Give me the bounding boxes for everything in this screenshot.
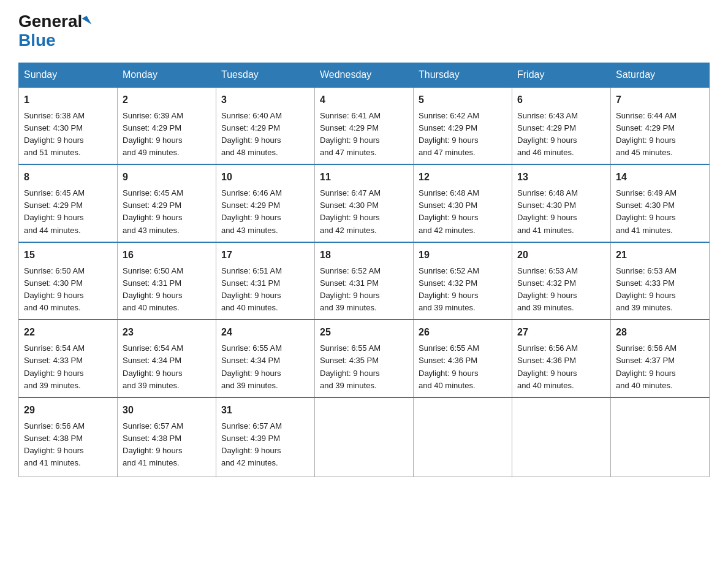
day-cell-7: 7 Sunrise: 6:44 AMSunset: 4:29 PMDayligh…: [611, 87, 710, 165]
day-info: Sunrise: 6:51 AMSunset: 4:31 PMDaylight:…: [221, 266, 282, 312]
day-cell-18: 18 Sunrise: 6:52 AMSunset: 4:31 PMDaylig…: [315, 242, 414, 320]
day-number: 5: [419, 93, 507, 107]
page-header: General Blue: [18, 12, 710, 50]
week-row-2: 8 Sunrise: 6:45 AMSunset: 4:29 PMDayligh…: [19, 164, 710, 242]
week-row-3: 15 Sunrise: 6:50 AMSunset: 4:30 PMDaylig…: [19, 242, 710, 320]
header-cell-saturday: Saturday: [611, 63, 710, 87]
header-row: SundayMondayTuesdayWednesdayThursdayFrid…: [19, 63, 710, 87]
day-number: 6: [517, 93, 605, 107]
week-row-4: 22 Sunrise: 6:54 AMSunset: 4:33 PMDaylig…: [19, 320, 710, 397]
day-cell-10: 10 Sunrise: 6:46 AMSunset: 4:29 PMDaylig…: [216, 164, 315, 242]
logo-general-text: General: [18, 12, 82, 31]
day-number: 28: [616, 325, 704, 340]
day-info: Sunrise: 6:42 AMSunset: 4:29 PMDaylight:…: [419, 111, 479, 157]
day-cell-31: 31 Sunrise: 6:57 AMSunset: 4:39 PMDaylig…: [216, 397, 315, 477]
day-info: Sunrise: 6:56 AMSunset: 4:37 PMDaylight:…: [616, 343, 677, 389]
day-info: Sunrise: 6:41 AMSunset: 4:29 PMDaylight:…: [320, 111, 381, 157]
calendar-header: SundayMondayTuesdayWednesdayThursdayFrid…: [19, 63, 710, 87]
empty-cell: [414, 397, 512, 477]
day-number: 4: [320, 93, 408, 107]
day-number: 9: [123, 170, 211, 185]
logo-blue-text: Blue: [18, 31, 89, 50]
day-number: 13: [517, 170, 605, 185]
day-cell-17: 17 Sunrise: 6:51 AMSunset: 4:31 PMDaylig…: [216, 242, 315, 320]
empty-cell: [512, 397, 611, 477]
logo-arrow-icon: [82, 16, 92, 27]
day-number: 18: [320, 248, 408, 262]
header-cell-tuesday: Tuesday: [216, 63, 315, 87]
day-cell-11: 11 Sunrise: 6:47 AMSunset: 4:30 PMDaylig…: [315, 164, 414, 242]
day-number: 26: [419, 325, 507, 340]
day-number: 8: [24, 170, 112, 185]
week-row-5: 29 Sunrise: 6:56 AMSunset: 4:38 PMDaylig…: [19, 397, 710, 477]
day-number: 3: [221, 93, 309, 107]
day-info: Sunrise: 6:54 AMSunset: 4:33 PMDaylight:…: [24, 343, 85, 389]
empty-cell: [315, 397, 414, 477]
day-number: 2: [123, 93, 211, 107]
day-cell-9: 9 Sunrise: 6:45 AMSunset: 4:29 PMDayligh…: [118, 164, 216, 242]
day-info: Sunrise: 6:53 AMSunset: 4:33 PMDaylight:…: [616, 266, 677, 312]
day-cell-24: 24 Sunrise: 6:55 AMSunset: 4:34 PMDaylig…: [216, 320, 315, 397]
day-info: Sunrise: 6:48 AMSunset: 4:30 PMDaylight:…: [419, 188, 479, 234]
day-info: Sunrise: 6:47 AMSunset: 4:30 PMDaylight:…: [320, 188, 381, 234]
day-number: 27: [517, 325, 605, 340]
day-cell-23: 23 Sunrise: 6:54 AMSunset: 4:34 PMDaylig…: [118, 320, 216, 397]
day-info: Sunrise: 6:54 AMSunset: 4:34 PMDaylight:…: [123, 343, 183, 389]
calendar-table: SundayMondayTuesdayWednesdayThursdayFrid…: [18, 63, 710, 478]
day-info: Sunrise: 6:56 AMSunset: 4:38 PMDaylight:…: [24, 421, 85, 467]
day-cell-14: 14 Sunrise: 6:49 AMSunset: 4:30 PMDaylig…: [611, 164, 710, 242]
day-info: Sunrise: 6:50 AMSunset: 4:30 PMDaylight:…: [24, 266, 85, 312]
day-cell-4: 4 Sunrise: 6:41 AMSunset: 4:29 PMDayligh…: [315, 87, 414, 165]
day-info: Sunrise: 6:53 AMSunset: 4:32 PMDaylight:…: [517, 266, 578, 312]
day-info: Sunrise: 6:48 AMSunset: 4:30 PMDaylight:…: [517, 188, 578, 234]
day-cell-16: 16 Sunrise: 6:50 AMSunset: 4:31 PMDaylig…: [118, 242, 216, 320]
day-cell-3: 3 Sunrise: 6:40 AMSunset: 4:29 PMDayligh…: [216, 87, 315, 165]
day-info: Sunrise: 6:38 AMSunset: 4:30 PMDaylight:…: [24, 111, 85, 157]
header-cell-friday: Friday: [512, 63, 611, 87]
day-info: Sunrise: 6:43 AMSunset: 4:29 PMDaylight:…: [517, 111, 578, 157]
day-cell-30: 30 Sunrise: 6:57 AMSunset: 4:38 PMDaylig…: [118, 397, 216, 477]
day-info: Sunrise: 6:57 AMSunset: 4:39 PMDaylight:…: [221, 421, 282, 467]
day-number: 15: [24, 248, 112, 262]
day-info: Sunrise: 6:46 AMSunset: 4:29 PMDaylight:…: [221, 188, 282, 234]
day-info: Sunrise: 6:44 AMSunset: 4:29 PMDaylight:…: [616, 111, 677, 157]
day-cell-22: 22 Sunrise: 6:54 AMSunset: 4:33 PMDaylig…: [19, 320, 118, 397]
day-info: Sunrise: 6:56 AMSunset: 4:36 PMDaylight:…: [517, 343, 578, 389]
day-info: Sunrise: 6:52 AMSunset: 4:32 PMDaylight:…: [419, 266, 479, 312]
week-row-1: 1 Sunrise: 6:38 AMSunset: 4:30 PMDayligh…: [19, 87, 710, 165]
day-info: Sunrise: 6:39 AMSunset: 4:29 PMDaylight:…: [123, 111, 183, 157]
day-number: 22: [24, 325, 112, 340]
day-number: 12: [419, 170, 507, 185]
day-number: 25: [320, 325, 408, 340]
day-number: 20: [517, 248, 605, 262]
day-cell-8: 8 Sunrise: 6:45 AMSunset: 4:29 PMDayligh…: [19, 164, 118, 242]
day-number: 14: [616, 170, 704, 185]
day-cell-29: 29 Sunrise: 6:56 AMSunset: 4:38 PMDaylig…: [19, 397, 118, 477]
calendar-body: 1 Sunrise: 6:38 AMSunset: 4:30 PMDayligh…: [19, 87, 710, 477]
day-info: Sunrise: 6:45 AMSunset: 4:29 PMDaylight:…: [123, 188, 183, 234]
day-number: 7: [616, 93, 704, 107]
day-cell-13: 13 Sunrise: 6:48 AMSunset: 4:30 PMDaylig…: [512, 164, 611, 242]
day-cell-1: 1 Sunrise: 6:38 AMSunset: 4:30 PMDayligh…: [19, 87, 118, 165]
day-info: Sunrise: 6:45 AMSunset: 4:29 PMDaylight:…: [24, 188, 85, 234]
header-cell-monday: Monday: [118, 63, 216, 87]
day-number: 29: [24, 403, 112, 418]
day-info: Sunrise: 6:55 AMSunset: 4:35 PMDaylight:…: [320, 343, 381, 389]
day-number: 31: [221, 403, 309, 418]
day-cell-2: 2 Sunrise: 6:39 AMSunset: 4:29 PMDayligh…: [118, 87, 216, 165]
day-number: 21: [616, 248, 704, 262]
header-cell-sunday: Sunday: [19, 63, 118, 87]
day-number: 11: [320, 170, 408, 185]
day-cell-26: 26 Sunrise: 6:55 AMSunset: 4:36 PMDaylig…: [414, 320, 512, 397]
day-info: Sunrise: 6:52 AMSunset: 4:31 PMDaylight:…: [320, 266, 381, 312]
day-info: Sunrise: 6:55 AMSunset: 4:34 PMDaylight:…: [221, 343, 282, 389]
day-info: Sunrise: 6:40 AMSunset: 4:29 PMDaylight:…: [221, 111, 282, 157]
day-cell-15: 15 Sunrise: 6:50 AMSunset: 4:30 PMDaylig…: [19, 242, 118, 320]
day-number: 23: [123, 325, 211, 340]
day-number: 10: [221, 170, 309, 185]
day-info: Sunrise: 6:49 AMSunset: 4:30 PMDaylight:…: [616, 188, 677, 234]
day-number: 19: [419, 248, 507, 262]
day-number: 16: [123, 248, 211, 262]
empty-cell: [611, 397, 710, 477]
day-cell-5: 5 Sunrise: 6:42 AMSunset: 4:29 PMDayligh…: [414, 87, 512, 165]
